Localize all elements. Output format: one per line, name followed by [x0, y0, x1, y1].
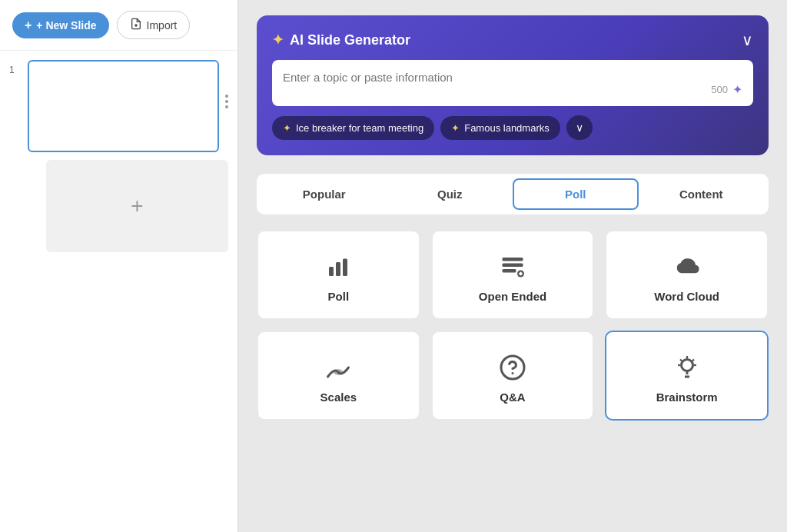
tab-quiz[interactable]: Quiz — [387, 178, 513, 210]
svg-point-13 — [511, 372, 513, 374]
ai-magic-icon: ✦ — [732, 82, 742, 97]
word-cloud-card-label: Word Cloud — [654, 290, 719, 303]
main-content: ✦ AI Slide Generator ∨ 500 ✦ ✦ Ice break… — [238, 0, 787, 532]
chip-ice-breaker[interactable]: ✦ Ice breaker for team meeting — [272, 116, 434, 140]
cards-grid: Poll Open Ended — [257, 230, 769, 421]
poll-card-label: Poll — [328, 290, 350, 303]
card-qa[interactable]: Q&A — [431, 331, 595, 421]
ai-slide-generator-panel: ✦ AI Slide Generator ∨ 500 ✦ ✦ Ice break… — [257, 15, 769, 155]
card-poll[interactable]: Poll — [257, 230, 420, 320]
chip-landmarks[interactable]: ✦ Famous landmarks — [440, 116, 560, 140]
chip-more-button[interactable]: ∨ — [566, 115, 593, 140]
open-ended-icon — [499, 253, 526, 281]
tab-popular[interactable]: Popular — [261, 178, 387, 210]
ai-input-meta: 500 ✦ — [711, 82, 742, 97]
slides-list: 1 + — [0, 51, 237, 532]
poll-icon — [324, 253, 352, 281]
plus-icon: + — [25, 18, 32, 32]
chip-ice-breaker-label: Ice breaker for team meeting — [296, 122, 423, 134]
scales-card-label: Scales — [320, 391, 357, 404]
sparkle-icon: ✦ — [272, 32, 284, 48]
add-slide-button[interactable]: + — [46, 160, 228, 252]
add-slide-item: + — [9, 160, 228, 252]
add-slide-plus-icon: + — [131, 194, 143, 218]
chip-sparkle-1: ✦ — [283, 122, 291, 134]
svg-rect-6 — [502, 264, 523, 268]
svg-rect-4 — [343, 259, 347, 277]
svg-line-18 — [692, 360, 693, 361]
slide-number-1: 1 — [9, 65, 22, 75]
new-slide-button[interactable]: + + New Slide — [12, 12, 109, 38]
import-label: Import — [147, 19, 178, 32]
dot-1 — [225, 95, 228, 98]
tab-content[interactable]: Content — [639, 178, 765, 210]
ai-input-wrapper: 500 ✦ — [272, 60, 753, 106]
ai-panel-title-text: AI Slide Generator — [290, 32, 410, 48]
svg-line-19 — [680, 360, 682, 361]
svg-point-11 — [334, 369, 343, 375]
scales-icon — [324, 354, 352, 381]
ai-panel-collapse-button[interactable]: ∨ — [742, 31, 753, 49]
brainstorm-card-label: Brainstorm — [656, 391, 718, 404]
ai-panel-title: ✦ AI Slide Generator — [272, 32, 410, 48]
slide-thumbnail-1[interactable] — [28, 60, 219, 152]
slide-item-1: 1 — [9, 60, 228, 152]
chevron-down-icon-chips: ∨ — [576, 121, 583, 134]
new-slide-label: + New Slide — [36, 19, 96, 32]
slide-dots — [225, 95, 228, 108]
tabs-row: Popular Quiz Poll Content — [257, 174, 769, 214]
import-file-icon — [130, 18, 142, 32]
brainstorm-icon — [673, 354, 701, 381]
ai-panel-header: ✦ AI Slide Generator ∨ — [272, 31, 753, 49]
dot-3 — [225, 105, 228, 108]
card-scales[interactable]: Scales — [257, 331, 420, 421]
word-cloud-icon — [673, 253, 701, 281]
svg-rect-7 — [502, 269, 516, 273]
char-limit-display: 500 — [711, 84, 728, 95]
svg-rect-2 — [329, 267, 334, 276]
chip-landmarks-label: Famous landmarks — [464, 122, 550, 134]
tab-poll[interactable]: Poll — [513, 178, 639, 210]
chip-sparkle-2: ✦ — [451, 122, 460, 134]
sidebar-toolbar: + + New Slide Import — [0, 0, 237, 51]
qa-card-label: Q&A — [500, 391, 525, 404]
svg-rect-5 — [502, 258, 523, 261]
open-ended-card-label: Open Ended — [479, 290, 546, 303]
card-brainstorm[interactable]: Brainstorm — [605, 331, 769, 421]
suggestion-chips: ✦ Ice breaker for team meeting ✦ Famous … — [272, 115, 753, 140]
sidebar: + + New Slide Import 1 — [0, 0, 238, 532]
dot-2 — [225, 100, 228, 103]
svg-point-14 — [681, 360, 692, 371]
card-word-cloud[interactable]: Word Cloud — [605, 230, 769, 320]
card-open-ended[interactable]: Open Ended — [431, 230, 595, 320]
import-button[interactable]: Import — [117, 11, 191, 39]
qa-icon — [499, 354, 526, 381]
svg-rect-3 — [336, 262, 340, 276]
ai-topic-input[interactable] — [283, 71, 711, 97]
